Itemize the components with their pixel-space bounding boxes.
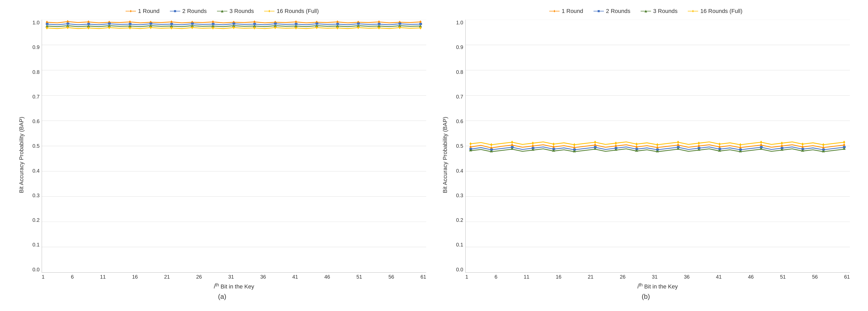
svg-marker-169 xyxy=(469,142,472,145)
y-ticks-b: 0.0 0.1 0.2 0.3 0.4 0.5 0.6 0.7 0.8 0.9 … xyxy=(451,20,465,273)
chart-with-axes-a: 0.0 0.1 0.2 0.3 0.4 0.5 0.6 0.7 0.8 0.9 … xyxy=(27,20,426,290)
chart-caption-a: (a) xyxy=(218,292,226,301)
legend-item-16rounds-b: 16 Rounds (Full) xyxy=(688,8,742,15)
legend-b: 1 Round 2 Rounds 3 Rounds xyxy=(549,8,742,15)
legend-item-1round-b: 1 Round xyxy=(549,8,583,15)
chart-svg-a xyxy=(42,20,426,273)
x-axis-a: 1 6 11 16 21 26 31 36 41 46 51 56 61 xyxy=(27,274,426,280)
legend-label-1round-a: 1 Round xyxy=(138,8,159,15)
x-axis-b: 1 6 11 16 21 26 31 36 41 46 51 56 61 xyxy=(451,274,850,280)
legend-item-3rounds-b: 3 Rounds xyxy=(641,8,677,15)
svg-marker-175 xyxy=(594,141,596,144)
svg-marker-179 xyxy=(677,141,679,144)
svg-rect-51 xyxy=(336,23,339,25)
svg-rect-38 xyxy=(67,23,69,25)
svg-rect-97 xyxy=(598,10,600,12)
svg-rect-37 xyxy=(46,23,49,25)
x-label-a: ith Bit in the Key xyxy=(27,282,426,290)
legend-item-2rounds-b: 2 Rounds xyxy=(593,8,630,15)
svg-rect-48 xyxy=(274,23,277,25)
svg-marker-180 xyxy=(698,142,700,145)
y-axis-label-b: Bit Accuracy Probability (BAP) xyxy=(442,20,448,290)
legend-a: 1 Round 2 Rounds 3 Rounds xyxy=(126,8,319,15)
svg-rect-41 xyxy=(129,23,131,25)
svg-marker-172 xyxy=(532,142,534,145)
svg-rect-49 xyxy=(295,23,297,25)
svg-marker-1 xyxy=(130,10,131,12)
svg-marker-177 xyxy=(636,143,638,146)
plot-area-b xyxy=(465,20,850,273)
x-label-b: ith Bit in the Key xyxy=(451,282,850,290)
legend-label-16rounds-a: 16 Rounds (Full) xyxy=(277,8,319,15)
legend-label-16rounds-b: 16 Rounds (Full) xyxy=(700,8,742,15)
svg-rect-43 xyxy=(170,23,173,25)
y-ticks-a: 0.0 0.1 0.2 0.3 0.4 0.5 0.6 0.7 0.8 0.9 … xyxy=(27,20,42,273)
svg-marker-7 xyxy=(269,10,270,12)
legend-label-1round-b: 1 Round xyxy=(562,8,583,15)
svg-rect-53 xyxy=(378,23,380,25)
chart-panel-a: 1 Round 2 Rounds 3 Rounds xyxy=(10,5,434,306)
svg-marker-185 xyxy=(801,143,804,146)
svg-marker-181 xyxy=(718,143,721,146)
svg-rect-47 xyxy=(253,23,256,25)
plot-area-wrapper-a: 0.0 0.1 0.2 0.3 0.4 0.5 0.6 0.7 0.8 0.9 … xyxy=(27,20,426,273)
svg-marker-95 xyxy=(554,10,555,12)
chart-with-axes-b: 0.0 0.1 0.2 0.3 0.4 0.5 0.6 0.7 0.8 0.9 … xyxy=(451,20,850,290)
svg-rect-50 xyxy=(316,23,318,25)
legend-item-1round-a: 1 Round xyxy=(126,8,159,15)
legend-item-2rounds-a: 2 Rounds xyxy=(170,8,207,15)
svg-rect-3 xyxy=(174,10,176,12)
plot-area-wrapper-b: 0.0 0.1 0.2 0.3 0.4 0.5 0.6 0.7 0.8 0.9 … xyxy=(451,20,850,273)
svg-rect-40 xyxy=(108,23,111,25)
svg-marker-184 xyxy=(781,142,783,145)
svg-marker-187 xyxy=(843,141,845,144)
svg-marker-176 xyxy=(615,142,617,145)
svg-marker-171 xyxy=(511,141,513,144)
svg-rect-45 xyxy=(212,23,214,25)
legend-item-3rounds-a: 3 Rounds xyxy=(217,8,254,15)
chart-svg-b xyxy=(466,20,850,273)
legend-label-3rounds-a: 3 Rounds xyxy=(229,8,254,15)
svg-rect-54 xyxy=(399,23,401,25)
chart-area-a: Bit Accuracy Probability (BAP) 0.0 0.1 0… xyxy=(18,20,426,290)
chart-panel-b: 1 Round 2 Rounds 3 Rounds xyxy=(434,5,858,306)
legend-label-3rounds-b: 3 Rounds xyxy=(653,8,677,15)
legend-label-2rounds-a: 2 Rounds xyxy=(182,8,207,15)
plot-area-a xyxy=(42,20,426,273)
svg-rect-42 xyxy=(150,23,152,25)
charts-container: 1 Round 2 Rounds 3 Rounds xyxy=(0,0,868,311)
y-axis-label-a: Bit Accuracy Probability (BAP) xyxy=(18,20,25,290)
svg-rect-46 xyxy=(232,23,235,25)
svg-marker-183 xyxy=(760,141,762,144)
svg-marker-101 xyxy=(692,10,694,12)
svg-rect-55 xyxy=(419,23,422,25)
svg-rect-39 xyxy=(87,23,90,25)
chart-area-b: Bit Accuracy Probability (BAP) 0.0 0.1 0… xyxy=(442,20,850,290)
svg-rect-44 xyxy=(191,23,194,25)
legend-label-2rounds-b: 2 Rounds xyxy=(606,8,630,15)
svg-marker-173 xyxy=(552,143,555,146)
legend-item-16rounds-a: 16 Rounds (Full) xyxy=(264,8,319,15)
chart-caption-b: (b) xyxy=(642,292,650,301)
svg-rect-52 xyxy=(357,23,360,25)
